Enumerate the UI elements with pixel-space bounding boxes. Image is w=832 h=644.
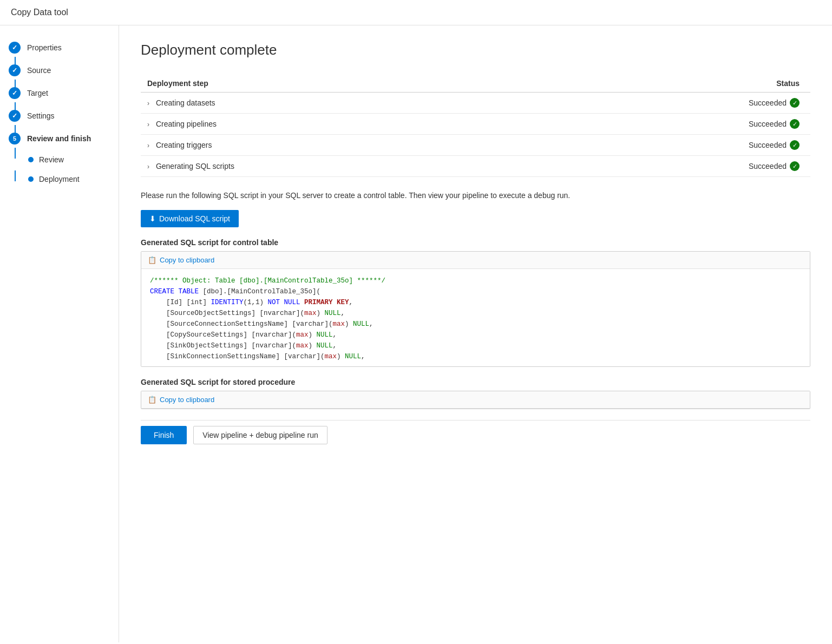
sidebar-label-review: Review (39, 155, 64, 164)
status-cell: Succeeded ✓ (539, 93, 811, 114)
status-badge: Succeeded ✓ (749, 119, 800, 129)
copy-clipboard-proc[interactable]: 📋 Copy to clipboard (141, 391, 810, 409)
view-pipeline-button[interactable]: View pipeline + debug pipeline run (193, 426, 327, 444)
status-cell: Succeeded ✓ (539, 135, 811, 156)
footer-bar: Finish View pipeline + debug pipeline ru… (141, 420, 810, 444)
step-circle-settings (9, 110, 21, 122)
deployment-table: Deployment step Status › Creating datase… (141, 75, 810, 177)
step-circle-target (9, 87, 21, 99)
sidebar-label-target: Target (27, 89, 48, 97)
step-circle-deployment (28, 176, 34, 182)
step-cell: › Creating pipelines (141, 114, 539, 135)
col-step: Deployment step (141, 75, 539, 93)
download-sql-button[interactable]: ⬇ Download SQL script (141, 210, 239, 227)
status-badge: Succeeded ✓ (749, 98, 800, 108)
sql-proc-title: Generated SQL script for stored procedur… (141, 378, 810, 386)
sidebar-item-source[interactable]: Source (0, 59, 119, 82)
sidebar-item-target[interactable]: Target (0, 82, 119, 104)
copy-clipboard-control[interactable]: 📋 Copy to clipboard (141, 252, 810, 269)
sql-control-title: Generated SQL script for control table (141, 238, 810, 247)
sidebar-item-settings[interactable]: Settings (0, 104, 119, 127)
sidebar-item-review-finish[interactable]: Review and finish (0, 127, 119, 150)
sidebar-label-properties: Properties (27, 43, 62, 52)
table-row[interactable]: › Creating pipelines Succeeded ✓ (141, 114, 810, 135)
sidebar-label-deployment: Deployment (39, 175, 80, 183)
copy-label-proc: Copy to clipboard (160, 396, 214, 404)
table-row[interactable]: › Creating triggers Succeeded ✓ (141, 135, 810, 156)
sql-control-container: 📋 Copy to clipboard /****** Object: Tabl… (141, 251, 810, 367)
step-circle-review (28, 157, 34, 162)
step-circle-review-finish (9, 133, 21, 144)
chevron-icon: › (147, 142, 149, 149)
step-circle-source (9, 64, 21, 76)
download-icon: ⬇ (149, 214, 156, 223)
step-name: Generating SQL scripts (156, 162, 234, 170)
app-header: Copy Data tool (0, 0, 832, 25)
status-cell: Succeeded ✓ (539, 156, 811, 177)
step-name: Creating datasets (156, 98, 215, 107)
sql-code-control: /****** Object: Table [dbo].[MainControl… (141, 269, 810, 366)
app-title: Copy Data tool (11, 8, 68, 17)
page-title: Deployment complete (141, 42, 810, 58)
copy-icon-proc: 📋 (148, 396, 156, 404)
step-cell: › Creating triggers (141, 135, 539, 156)
info-text: Please run the following SQL script in y… (141, 190, 810, 201)
check-circle-icon: ✓ (790, 140, 800, 150)
sidebar-item-review[interactable]: Review (0, 150, 119, 169)
col-status: Status (539, 75, 811, 93)
status-badge: Succeeded ✓ (749, 140, 800, 150)
sidebar-item-deployment[interactable]: Deployment (0, 169, 119, 189)
step-name: Creating triggers (156, 141, 212, 149)
status-badge: Succeeded ✓ (749, 161, 800, 171)
check-circle-icon: ✓ (790, 119, 800, 129)
sidebar: Properties Source Target Settings Review… (0, 25, 119, 642)
check-circle-icon: ✓ (790, 98, 800, 108)
sidebar-item-properties[interactable]: Properties (0, 36, 119, 59)
step-circle-properties (9, 42, 21, 54)
table-row[interactable]: › Creating datasets Succeeded ✓ (141, 93, 810, 114)
sidebar-label-settings: Settings (27, 111, 55, 120)
finish-button[interactable]: Finish (141, 426, 187, 444)
chevron-icon: › (147, 100, 149, 107)
step-name: Creating pipelines (156, 120, 217, 128)
chevron-icon: › (147, 121, 149, 128)
table-row[interactable]: › Generating SQL scripts Succeeded ✓ (141, 156, 810, 177)
status-cell: Succeeded ✓ (539, 114, 811, 135)
copy-label-control: Copy to clipboard (160, 256, 214, 264)
step-cell: › Creating datasets (141, 93, 539, 114)
check-circle-icon: ✓ (790, 161, 800, 171)
step-cell: › Generating SQL scripts (141, 156, 539, 177)
sidebar-label-review-finish: Review and finish (27, 134, 91, 143)
sidebar-label-source: Source (27, 66, 51, 75)
main-content: Deployment complete Deployment step Stat… (119, 25, 832, 642)
copy-icon: 📋 (148, 256, 156, 264)
sql-proc-container: 📋 Copy to clipboard (141, 391, 810, 409)
chevron-icon: › (147, 163, 149, 170)
download-btn-label: Download SQL script (159, 214, 230, 223)
